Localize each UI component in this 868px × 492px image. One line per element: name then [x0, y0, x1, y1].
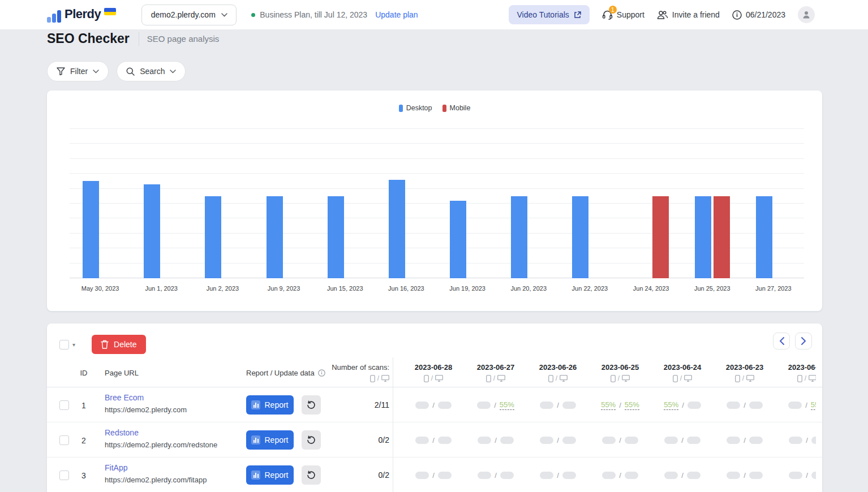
desktop-bar: [756, 196, 772, 278]
report-button[interactable]: Report: [246, 395, 294, 415]
desktop-bar: [328, 196, 344, 278]
empty-value-pill: [540, 437, 553, 444]
row-checkbox[interactable]: [59, 400, 69, 410]
empty-value-pill: [727, 402, 740, 409]
page-name-link[interactable]: FitApp: [105, 463, 207, 472]
date-cell: /: [714, 422, 776, 458]
row-checkbox[interactable]: [59, 435, 69, 445]
score-link[interactable]: 55%: [664, 400, 678, 410]
page-name-link[interactable]: Bree Ecom: [105, 393, 187, 402]
search-icon: [126, 67, 135, 76]
empty-value-pill: [500, 472, 514, 479]
empty-value-pill: [664, 472, 678, 479]
empty-value-pill: [811, 472, 816, 479]
empty-value-pill: [687, 437, 701, 444]
empty-value-pill: [540, 472, 553, 479]
video-tutorials-button[interactable]: Video Tutorials: [509, 5, 589, 24]
score-link[interactable]: 55%: [625, 400, 639, 410]
empty-value-pill: [562, 437, 576, 444]
x-tick-label: Jun 16, 2023: [376, 285, 437, 292]
x-tick-label: Jun 25, 2023: [682, 285, 743, 292]
domain-selector[interactable]: demo2.plerdy.com: [141, 5, 237, 25]
bar-group: [498, 129, 559, 278]
empty-value-pill: [438, 402, 452, 409]
desktop-icon: [497, 375, 505, 382]
phone-icon: [370, 375, 375, 382]
plerdy-logo[interactable]: Plerdy: [47, 7, 116, 23]
domain-value: demo2.plerdy.com: [151, 10, 216, 19]
date-cell: /: [589, 458, 651, 492]
select-menu-caret-icon[interactable]: ▾: [72, 342, 75, 348]
desktop-bar: [144, 184, 160, 278]
delete-button[interactable]: Delete: [92, 335, 145, 354]
phone-icon: [797, 375, 802, 382]
page-url: https://demo2.plerdy.com: [105, 405, 187, 414]
bar-group: [131, 129, 192, 278]
select-all-checkbox[interactable]: [59, 340, 69, 349]
desktop-bar: [267, 196, 283, 278]
date-cell: /: [465, 458, 527, 492]
date-cell: /: [651, 422, 714, 458]
empty-value-pill: [625, 472, 638, 479]
report-button[interactable]: Report: [246, 430, 294, 450]
search-button[interactable]: Search: [117, 61, 186, 81]
phone-icon: [548, 375, 553, 382]
next-page-button[interactable]: [795, 333, 812, 349]
row-id: 3: [75, 471, 92, 480]
date-cell: /: [589, 422, 651, 458]
filter-button[interactable]: Filter: [47, 61, 109, 81]
empty-value-pill: [602, 437, 616, 444]
legend-desktop: Desktop: [399, 104, 432, 112]
empty-value-pill: [438, 437, 452, 444]
report-chart-icon: [251, 400, 260, 409]
x-tick-label: Jun 24, 2023: [621, 285, 682, 292]
score-link[interactable]: 55%: [811, 400, 816, 410]
refresh-button[interactable]: [302, 395, 321, 415]
invite-friend-menu-item[interactable]: Invite a friend: [657, 10, 720, 19]
phone-icon: [673, 375, 678, 382]
legend-mobile: Mobile: [442, 104, 471, 112]
mobile-swatch-icon: [442, 105, 446, 112]
empty-value-pill: [562, 402, 576, 409]
date-column-header: 2023-06-24/: [651, 357, 714, 387]
desktop-icon: [684, 375, 692, 382]
chevron-down-icon: [221, 13, 227, 17]
desktop-bar: [389, 180, 405, 278]
empty-value-pill: [478, 437, 491, 444]
date-column-header: 2023-06-22/: [776, 357, 816, 387]
desktop-bar: [511, 196, 527, 278]
empty-value-pill: [749, 437, 763, 444]
empty-value-pill: [477, 402, 491, 409]
filter-icon: [57, 67, 65, 75]
prev-page-button[interactable]: [773, 333, 790, 349]
page-name-link[interactable]: Redstone: [105, 428, 217, 437]
page-url: https://demo2.plerdy.com/fitapp: [105, 476, 207, 484]
report-chart-icon: [251, 471, 260, 480]
x-tick-label: May 30, 2023: [70, 285, 131, 292]
page-url: https://demo2.plerdy.com/redstone: [105, 441, 217, 449]
bar-group: [621, 129, 682, 278]
score-link[interactable]: 55%: [500, 400, 514, 410]
trash-icon: [101, 340, 109, 349]
table-row: 3FitApphttps://demo2.plerdy.com/fitappRe…: [47, 458, 822, 492]
x-tick-label: Jun 27, 2023: [743, 285, 804, 292]
row-checkbox[interactable]: [59, 471, 69, 480]
report-button[interactable]: Report: [246, 465, 294, 485]
date-cell: /: [527, 422, 589, 458]
update-plan-link[interactable]: Update plan: [375, 10, 418, 19]
refresh-button[interactable]: [302, 430, 321, 450]
date-column-header: 2023-06-26/: [527, 357, 589, 387]
chevron-down-icon: [93, 70, 99, 74]
desktop-icon: [746, 375, 754, 382]
date-cell: /55%: [776, 387, 816, 422]
date-cell: /: [527, 458, 589, 492]
empty-value-pill: [687, 402, 701, 409]
bar-chart-plot: [70, 129, 804, 278]
user-avatar[interactable]: [798, 6, 815, 23]
bar-group: [682, 129, 743, 278]
refresh-button[interactable]: [302, 465, 321, 485]
support-menu-item[interactable]: 1 Support: [602, 10, 644, 20]
col-page-url-header: Page URL: [105, 369, 139, 377]
chevron-right-icon: [801, 337, 806, 345]
score-link[interactable]: 55%: [601, 400, 616, 410]
